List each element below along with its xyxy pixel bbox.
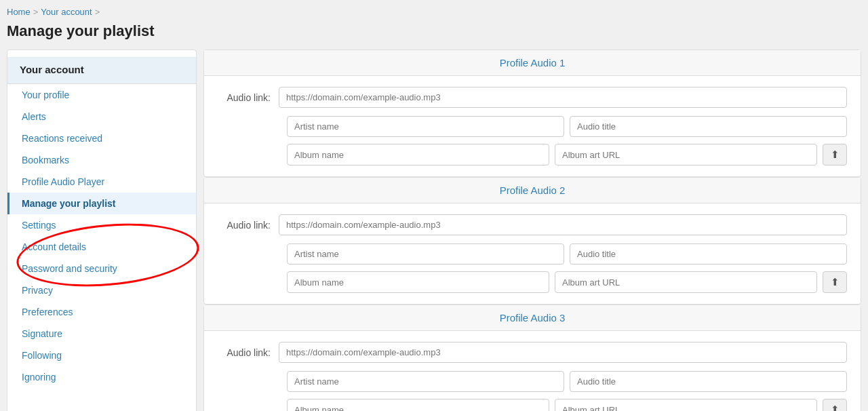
- audio-section-body-1: Audio link: ⬆: [204, 76, 861, 176]
- page-title: Manage your playlist: [7, 22, 861, 40]
- audio-link-label-3: Audio link:: [218, 347, 279, 358]
- artist-title-row-2: [287, 243, 847, 265]
- main-content: Profile Audio 1 Audio link: ⬆ Profile Au…: [203, 50, 861, 411]
- breadcrumb-sep1: >: [33, 7, 39, 17]
- audio-link-row-3: Audio link:: [218, 342, 847, 363]
- audio-section-header-1: Profile Audio 1: [204, 50, 861, 76]
- audio-section-1: Profile Audio 1 Audio link: ⬆: [203, 50, 861, 177]
- audio-section-2: Profile Audio 2 Audio link: ⬆: [203, 177, 861, 305]
- audio-link-label-1: Audio link:: [218, 92, 279, 103]
- sidebar-item-reactions-received[interactable]: Reactions received: [7, 128, 196, 149]
- audio-link-label-2: Audio link:: [218, 220, 279, 231]
- breadcrumb-account[interactable]: Your account: [41, 7, 92, 17]
- album-art-url-input-2[interactable]: [555, 271, 817, 293]
- sidebar-item-following[interactable]: Following: [7, 345, 196, 366]
- audio-link-row-1: Audio link:: [218, 87, 847, 108]
- sidebar-item-profile-audio-player[interactable]: Profile Audio Player: [7, 171, 196, 193]
- upload-art-button-3[interactable]: ⬆: [823, 399, 847, 411]
- sidebar-section-title: Your account: [7, 57, 196, 84]
- album-name-input-2[interactable]: [287, 271, 549, 293]
- audio-link-input-3[interactable]: [279, 342, 847, 363]
- sidebar-item-account-details[interactable]: Account details: [7, 236, 196, 258]
- audio-link-input-1[interactable]: [279, 87, 847, 108]
- breadcrumb-sep2: >: [95, 7, 100, 17]
- sidebar-item-privacy[interactable]: Privacy: [7, 279, 196, 301]
- sidebar: Your account Your profileAlertsReactions…: [7, 50, 197, 411]
- album-art-url-input-3[interactable]: [555, 399, 817, 411]
- sidebar-item-password-and-security[interactable]: Password and security: [7, 258, 196, 279]
- artist-title-row-3: [287, 371, 847, 392]
- audio-section-body-2: Audio link: ⬆: [204, 203, 861, 304]
- breadcrumb: Home > Your account >: [7, 7, 861, 17]
- album-row-1: ⬆: [287, 144, 847, 165]
- sidebar-item-alerts[interactable]: Alerts: [7, 106, 196, 128]
- album-art-url-input-1[interactable]: [555, 144, 817, 165]
- sidebar-item-settings[interactable]: Settings: [7, 214, 196, 236]
- audio-section-header-3: Profile Audio 3: [204, 305, 861, 331]
- artist-name-input-3[interactable]: [287, 371, 564, 392]
- audio-link-row-2: Audio link:: [218, 214, 847, 235]
- sidebar-item-manage-your-playlist[interactable]: Manage your playlist: [7, 193, 196, 214]
- audio-title-input-2[interactable]: [570, 243, 847, 265]
- audio-section-header-2: Profile Audio 2: [204, 178, 861, 203]
- album-name-input-3[interactable]: [287, 399, 549, 411]
- sidebar-item-bookmarks[interactable]: Bookmarks: [7, 149, 196, 171]
- upload-art-button-2[interactable]: ⬆: [823, 271, 847, 293]
- artist-name-input-2[interactable]: [287, 243, 564, 265]
- artist-title-row-1: [287, 116, 847, 137]
- sidebar-item-preferences[interactable]: Preferences: [7, 301, 196, 323]
- artist-name-input-1[interactable]: [287, 116, 564, 137]
- album-row-3: ⬆: [287, 399, 847, 411]
- audio-title-input-1[interactable]: [570, 116, 847, 137]
- breadcrumb-home[interactable]: Home: [7, 7, 31, 17]
- audio-section-body-3: Audio link: ⬆: [204, 331, 861, 411]
- sidebar-item-ignoring[interactable]: Ignoring: [7, 366, 196, 388]
- audio-title-input-3[interactable]: [570, 371, 847, 392]
- audio-link-input-2[interactable]: [279, 214, 847, 235]
- sidebar-item-your-profile[interactable]: Your profile: [7, 84, 196, 106]
- album-row-2: ⬆: [287, 271, 847, 293]
- sidebar-item-signature[interactable]: Signature: [7, 323, 196, 345]
- upload-art-button-1[interactable]: ⬆: [823, 144, 847, 165]
- audio-section-3: Profile Audio 3 Audio link: ⬆: [203, 305, 861, 411]
- album-name-input-1[interactable]: [287, 144, 549, 165]
